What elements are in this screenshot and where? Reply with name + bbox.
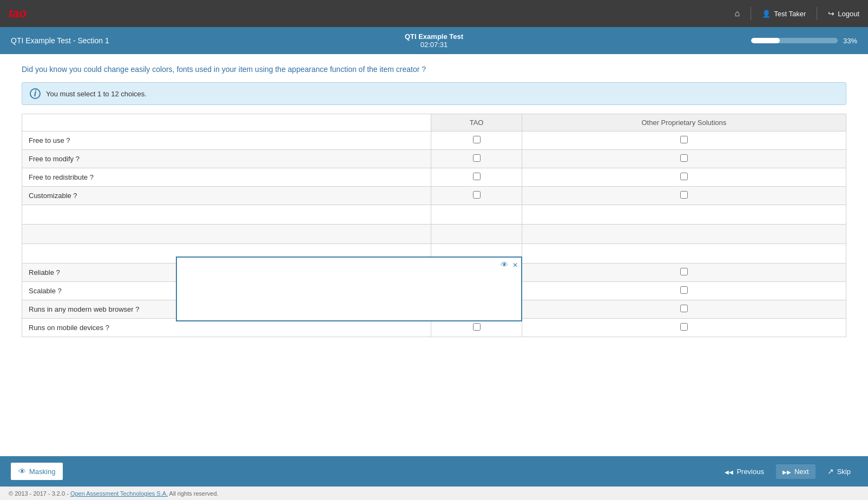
bottom-right: Previous Next Skip — [718, 464, 857, 479]
other-checkbox-cell[interactable] — [522, 150, 846, 168]
other-checkbox-cell[interactable] — [522, 131, 846, 150]
top-nav-right: Test Taker Logout — [735, 7, 859, 20]
info-icon: i — [30, 88, 41, 99]
main-content: Did you know you could change easily col… — [0, 54, 868, 456]
next-icon — [782, 468, 791, 476]
company-link[interactable]: Open Assessment Technologies S.A. — [70, 490, 168, 497]
table-header-row: TAO Other Proprietary Solutions — [22, 114, 846, 131]
logout-icon — [828, 9, 834, 18]
skip-label: Skip — [837, 468, 851, 476]
table-row: Customizable ? — [22, 187, 846, 205]
other-checkbox-cell[interactable] — [522, 282, 846, 300]
progress-percent: 33% — [843, 37, 857, 45]
home-icon — [735, 9, 740, 18]
row-label: Customizable ? — [22, 187, 431, 205]
footer: © 2013 - 2017 - 3.2.0 - Open Assessment … — [0, 486, 868, 500]
tao-checkbox-cell[interactable] — [431, 168, 522, 187]
previous-icon — [725, 468, 733, 476]
test-taker-button[interactable]: Test Taker — [762, 10, 806, 18]
row-label: Free to redistribute ? — [22, 168, 431, 187]
tao-checkbox-cell[interactable] — [431, 131, 522, 150]
skip-icon — [827, 467, 834, 476]
logo: tao — [9, 8, 27, 19]
mask-content — [177, 272, 521, 320]
mask-popup-header — [177, 258, 521, 272]
info-banner: i You must select 1 to 12 choices. — [22, 82, 846, 105]
user-icon — [762, 10, 771, 18]
tao-checkbox[interactable] — [473, 154, 481, 162]
table-row — [22, 225, 846, 244]
col-header-empty — [22, 114, 431, 131]
tao-checkbox[interactable] — [473, 191, 481, 199]
other-checkbox[interactable] — [680, 323, 688, 331]
header-bar: QTI Example Test - Section 1 QTI Example… — [0, 27, 868, 54]
other-checkbox[interactable] — [680, 191, 688, 199]
skip-button[interactable]: Skip — [821, 464, 857, 479]
mask-close-button[interactable] — [512, 260, 518, 269]
tao-checkbox-cell[interactable] — [431, 187, 522, 205]
col-header-tao: TAO — [431, 114, 522, 131]
info-banner-text: You must select 1 to 12 choices. — [46, 90, 147, 98]
copyright-text: © 2013 - 2017 - 3.2.0 - — [9, 490, 69, 497]
other-checkbox[interactable] — [680, 286, 688, 294]
table-row — [22, 205, 846, 225]
next-label: Next — [794, 468, 809, 476]
nav-divider-2 — [817, 7, 817, 20]
table-row: Free to redistribute ? — [22, 168, 846, 187]
header-center: QTI Example Test 02:07:31 — [293, 32, 575, 49]
other-checkbox-cell[interactable] — [522, 264, 846, 282]
progress-fill — [751, 38, 780, 43]
mask-eye-button[interactable] — [501, 260, 508, 269]
other-checkbox-cell[interactable] — [522, 319, 846, 337]
masking-button[interactable]: Masking — [11, 463, 63, 480]
masking-label: Masking — [29, 468, 55, 476]
logout-label: Logout — [838, 10, 859, 18]
other-checkbox[interactable] — [680, 154, 688, 162]
other-checkbox[interactable] — [680, 305, 688, 312]
mask-popup — [176, 256, 522, 321]
eye-icon — [501, 260, 508, 269]
tao-checkbox-cell[interactable] — [431, 150, 522, 168]
top-navigation: tao Test Taker Logout — [0, 0, 868, 27]
other-checkbox[interactable] — [680, 268, 688, 275]
table-row: Free to modify ? — [22, 150, 846, 168]
bottom-bar: Masking Previous Next Skip — [0, 456, 868, 486]
home-button[interactable] — [735, 9, 740, 18]
test-taker-label: Test Taker — [774, 10, 806, 18]
tao-checkbox[interactable] — [473, 136, 481, 143]
logout-button[interactable]: Logout — [828, 9, 859, 18]
other-checkbox[interactable] — [680, 136, 688, 143]
tao-checkbox[interactable] — [473, 323, 481, 331]
logo-text: tao — [9, 8, 27, 19]
row-label: Free to use ? — [22, 131, 431, 150]
tao-checkbox[interactable] — [473, 173, 481, 180]
previous-label: Previous — [737, 468, 764, 476]
table-row: Free to use ? — [22, 131, 846, 150]
next-button[interactable]: Next — [776, 464, 816, 479]
previous-button[interactable]: Previous — [718, 464, 771, 479]
test-name: QTI Example Test — [405, 32, 463, 41]
other-checkbox-cell[interactable] — [522, 187, 846, 205]
masking-eye-icon — [18, 467, 26, 476]
other-checkbox-cell[interactable] — [522, 168, 846, 187]
nav-divider — [751, 7, 751, 20]
bottom-left: Masking — [11, 463, 63, 480]
col-header-other: Other Proprietary Solutions — [522, 114, 846, 131]
other-checkbox[interactable] — [680, 173, 688, 180]
question-text: Did you know you could change easily col… — [22, 65, 846, 74]
progress-bar — [751, 38, 838, 43]
section-title: QTI Example Test - Section 1 — [11, 36, 293, 45]
timer: 02:07:31 — [420, 41, 448, 49]
close-icon — [512, 260, 518, 269]
header-progress: 33% — [575, 37, 857, 45]
other-checkbox-cell[interactable] — [522, 300, 846, 319]
row-label: Free to modify ? — [22, 150, 431, 168]
match-table-wrapper: TAO Other Proprietary Solutions Free to … — [22, 114, 846, 337]
rights-text: All rights reserved. — [169, 490, 219, 497]
